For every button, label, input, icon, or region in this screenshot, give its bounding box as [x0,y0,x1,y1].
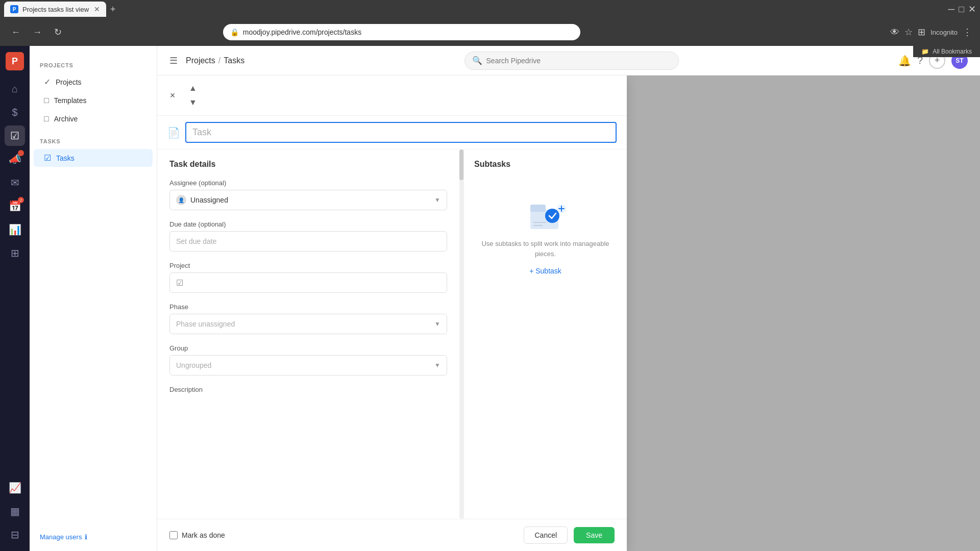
project-label: Project [169,262,447,269]
search-input[interactable] [486,57,671,65]
eye-slash-icon[interactable]: 👁 [890,27,899,38]
rail-campaigns-icon[interactable]: 📣 [5,149,25,169]
projects-section-title: PROJECTS [30,62,157,68]
rail-trend-icon[interactable]: 📈 [5,478,25,498]
breadcrumb-projects[interactable]: Projects [186,56,215,65]
group-select[interactable]: Ungrouped ▼ [169,355,447,375]
assignee-group: Assignee (optional) 👤 Unassigned ▼ [169,179,447,210]
due-date-input[interactable]: Set due date [169,231,447,252]
bookmarks-folder-icon: 📁 [921,48,929,55]
header-center: 🔍 [253,52,890,70]
tab-close-button[interactable]: ✕ [94,5,100,13]
phase-chevron-icon: ▼ [434,320,440,328]
menu-toggle-button[interactable]: ☰ [169,55,178,66]
assignee-select[interactable]: 👤 Unassigned ▼ [169,190,447,210]
task-details-title: Task details [169,160,447,169]
app-layout: P ⌂ $ ☑ 📣 ✉ 📅 2 📊 ⊞ 📈 ▦ ⊟ PROJECTS ✓ Pro… [0,46,980,551]
projects-icon: ✓ [44,77,51,87]
description-label: Description [169,386,447,393]
search-bar[interactable]: 🔍 [464,52,679,70]
modal-nav-down-button[interactable]: ▼ [186,96,200,109]
subtasks-image [523,194,569,233]
notification-bell-button[interactable]: 🔔 [898,55,911,67]
close-button[interactable]: ✕ [968,4,976,15]
sidebar-item-tasks[interactable]: ☑ Tasks [34,149,153,167]
subtasks-illustration: Use subtasks to split work into manageab… [474,179,617,290]
browser-tab-active[interactable]: P Projects tasks list view ✕ [4,2,106,17]
new-tab-button[interactable]: + [108,2,118,17]
rail-home-icon[interactable]: ⌂ [5,79,25,99]
rail-mail-icon[interactable]: ✉ [5,172,25,193]
task-title-area: 📄 [157,116,627,149]
subtasks-title: Subtasks [474,160,617,169]
sidebar-item-archive[interactable]: □ Archive [34,110,153,128]
forward-button[interactable]: → [30,25,45,40]
content-area: × ▲ ▼ 📄 Tas [157,76,980,551]
rail-projects-icon[interactable]: ☑ [5,126,25,146]
manage-users-link[interactable]: Manage users ℹ [40,533,146,541]
phase-select[interactable]: Phase unassigned ▼ [169,314,447,334]
sidebar-item-projects[interactable]: ✓ Projects [34,73,153,91]
subtasks-description: Use subtasks to split work into manageab… [474,239,617,259]
rail-deals-icon[interactable]: $ [5,102,25,122]
save-button[interactable]: Save [574,527,615,543]
extension-icon[interactable]: ⊞ [918,27,925,38]
sidebar: PROJECTS ✓ Projects □ Templates □ Archiv… [30,46,157,551]
scroll-container [459,149,463,519]
group-group: Group Ungrouped ▼ [169,344,447,375]
maximize-button[interactable]: □ [959,4,964,15]
modal-nav-up-button[interactable]: ▲ [186,82,200,95]
modal-top-bar: × ▲ ▼ [157,76,627,116]
modal-subtasks: Subtasks [463,149,627,519]
task-title-input[interactable] [185,122,617,143]
rail-contacts-icon[interactable]: ⊞ [5,243,25,263]
task-type-icon: 📄 [167,127,180,139]
project-input[interactable]: ☑ [169,272,447,293]
due-date-placeholder: Set due date [176,237,216,245]
mark-done-text: Mark as done [182,531,225,539]
minimize-button[interactable]: ─ [948,4,954,15]
back-button[interactable]: ← [8,25,23,40]
refresh-button[interactable]: ↻ [51,24,65,40]
modal-close-button[interactable]: × [165,88,180,103]
scroll-thumb[interactable] [459,149,463,180]
tab-favicon: P [10,5,18,13]
templates-label: Templates [54,96,87,105]
tasks-section-title: TASKS [30,138,157,144]
add-subtask-button[interactable]: + Subtask [529,267,561,275]
modal-overlay: × ▲ ▼ 📄 Tas [157,76,980,551]
project-task-icon: ☑ [176,278,183,288]
mark-done-label[interactable]: Mark as done [169,531,225,539]
campaigns-badge [18,150,24,156]
bookmark-icon[interactable]: ☆ [904,27,913,38]
icon-rail: P ⌂ $ ☑ 📣 ✉ 📅 2 📊 ⊞ 📈 ▦ ⊟ [0,46,30,551]
pipedrive-logo[interactable]: P [6,52,24,70]
group-label: Group [169,344,447,352]
project-group: Project ☑ [169,262,447,293]
main-content: ☰ Projects / Tasks 🔍 🔔 ? + ST [157,46,980,551]
projects-label: Projects [56,78,82,86]
breadcrumb-tasks: Tasks [224,56,244,65]
rail-activities-icon[interactable]: 📅 2 [5,196,25,216]
modal-body: Task details Assignee (optional) 👤 Unass… [157,149,627,519]
activities-badge: 2 [18,197,24,203]
breadcrumb-separator: / [218,56,220,65]
archive-label: Archive [54,115,78,123]
mark-done-checkbox[interactable] [169,531,178,539]
task-modal: × ▲ ▼ 📄 Tas [157,76,627,551]
browser-tabs: P Projects tasks list view ✕ + ─ □ ✕ [0,0,980,18]
phase-value: Phase unassigned [176,320,235,328]
bookmarks-bar: 📁 All Bookmarks [913,46,980,57]
rail-integrations-icon[interactable]: ▦ [5,501,25,521]
sidebar-item-templates[interactable]: □ Templates [34,92,153,109]
browser-nav-right: 👁 ☆ ⊞ Incognito ⋮ [890,27,972,38]
archive-icon: □ [44,114,49,123]
group-chevron-icon: ▼ [434,362,440,369]
app-header: ☰ Projects / Tasks 🔍 🔔 ? + ST [157,46,980,76]
rail-insights-icon[interactable]: 📊 [5,219,25,240]
rail-more-icon[interactable]: ⊟ [5,524,25,545]
cancel-button[interactable]: Cancel [524,527,568,544]
description-group: Description [169,386,447,393]
menu-icon[interactable]: ⋮ [963,27,972,38]
svg-point-2 [545,209,559,223]
